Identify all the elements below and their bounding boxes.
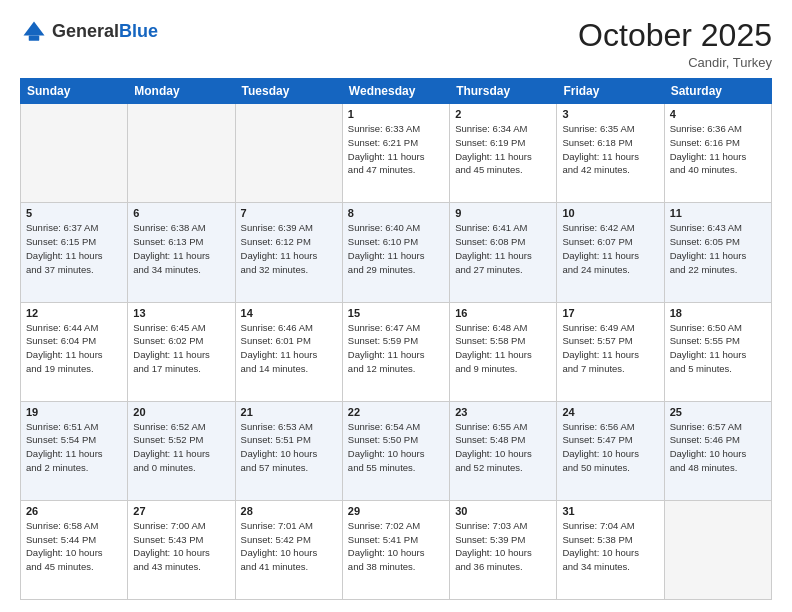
calendar-day-cell: 5Sunrise: 6:37 AM Sunset: 6:15 PM Daylig… xyxy=(21,203,128,302)
day-number: 7 xyxy=(241,207,337,219)
title-block: October 2025 Candir, Turkey xyxy=(578,18,772,70)
calendar-week-row: 1Sunrise: 6:33 AM Sunset: 6:21 PM Daylig… xyxy=(21,104,772,203)
day-info: Sunrise: 7:00 AM Sunset: 5:43 PM Dayligh… xyxy=(133,519,229,574)
calendar-day-cell: 19Sunrise: 6:51 AM Sunset: 5:54 PM Dayli… xyxy=(21,401,128,500)
calendar-day-cell xyxy=(664,500,771,599)
day-number: 22 xyxy=(348,406,444,418)
calendar-header-cell: Monday xyxy=(128,79,235,104)
calendar-week-row: 26Sunrise: 6:58 AM Sunset: 5:44 PM Dayli… xyxy=(21,500,772,599)
day-number: 16 xyxy=(455,307,551,319)
day-info: Sunrise: 6:41 AM Sunset: 6:08 PM Dayligh… xyxy=(455,221,551,276)
calendar-header-cell: Saturday xyxy=(664,79,771,104)
day-info: Sunrise: 7:01 AM Sunset: 5:42 PM Dayligh… xyxy=(241,519,337,574)
day-info: Sunrise: 6:48 AM Sunset: 5:58 PM Dayligh… xyxy=(455,321,551,376)
day-number: 14 xyxy=(241,307,337,319)
page: GeneralBlue October 2025 Candir, Turkey … xyxy=(0,0,792,612)
calendar-day-cell: 6Sunrise: 6:38 AM Sunset: 6:13 PM Daylig… xyxy=(128,203,235,302)
day-number: 27 xyxy=(133,505,229,517)
calendar-header-cell: Thursday xyxy=(450,79,557,104)
calendar-day-cell: 3Sunrise: 6:35 AM Sunset: 6:18 PM Daylig… xyxy=(557,104,664,203)
calendar-day-cell: 26Sunrise: 6:58 AM Sunset: 5:44 PM Dayli… xyxy=(21,500,128,599)
day-number: 11 xyxy=(670,207,766,219)
day-info: Sunrise: 6:45 AM Sunset: 6:02 PM Dayligh… xyxy=(133,321,229,376)
day-info: Sunrise: 6:43 AM Sunset: 6:05 PM Dayligh… xyxy=(670,221,766,276)
day-info: Sunrise: 6:58 AM Sunset: 5:44 PM Dayligh… xyxy=(26,519,122,574)
calendar-table: SundayMondayTuesdayWednesdayThursdayFrid… xyxy=(20,78,772,600)
day-info: Sunrise: 6:38 AM Sunset: 6:13 PM Dayligh… xyxy=(133,221,229,276)
day-number: 24 xyxy=(562,406,658,418)
day-number: 5 xyxy=(26,207,122,219)
day-info: Sunrise: 7:02 AM Sunset: 5:41 PM Dayligh… xyxy=(348,519,444,574)
day-number: 1 xyxy=(348,108,444,120)
logo-text: GeneralBlue xyxy=(52,22,158,42)
calendar-day-cell: 18Sunrise: 6:50 AM Sunset: 5:55 PM Dayli… xyxy=(664,302,771,401)
day-info: Sunrise: 6:53 AM Sunset: 5:51 PM Dayligh… xyxy=(241,420,337,475)
calendar-day-cell xyxy=(128,104,235,203)
day-number: 2 xyxy=(455,108,551,120)
calendar-week-row: 19Sunrise: 6:51 AM Sunset: 5:54 PM Dayli… xyxy=(21,401,772,500)
day-info: Sunrise: 6:51 AM Sunset: 5:54 PM Dayligh… xyxy=(26,420,122,475)
day-info: Sunrise: 6:52 AM Sunset: 5:52 PM Dayligh… xyxy=(133,420,229,475)
calendar-day-cell: 1Sunrise: 6:33 AM Sunset: 6:21 PM Daylig… xyxy=(342,104,449,203)
day-info: Sunrise: 6:34 AM Sunset: 6:19 PM Dayligh… xyxy=(455,122,551,177)
day-number: 31 xyxy=(562,505,658,517)
day-number: 18 xyxy=(670,307,766,319)
day-number: 13 xyxy=(133,307,229,319)
day-number: 9 xyxy=(455,207,551,219)
calendar-body: 1Sunrise: 6:33 AM Sunset: 6:21 PM Daylig… xyxy=(21,104,772,600)
day-number: 19 xyxy=(26,406,122,418)
header: GeneralBlue October 2025 Candir, Turkey xyxy=(20,18,772,70)
day-number: 20 xyxy=(133,406,229,418)
day-number: 3 xyxy=(562,108,658,120)
calendar-header-cell: Tuesday xyxy=(235,79,342,104)
day-info: Sunrise: 6:54 AM Sunset: 5:50 PM Dayligh… xyxy=(348,420,444,475)
day-number: 4 xyxy=(670,108,766,120)
day-number: 26 xyxy=(26,505,122,517)
day-info: Sunrise: 7:04 AM Sunset: 5:38 PM Dayligh… xyxy=(562,519,658,574)
day-number: 6 xyxy=(133,207,229,219)
day-info: Sunrise: 6:39 AM Sunset: 6:12 PM Dayligh… xyxy=(241,221,337,276)
calendar-day-cell: 15Sunrise: 6:47 AM Sunset: 5:59 PM Dayli… xyxy=(342,302,449,401)
svg-marker-0 xyxy=(24,22,45,36)
day-number: 23 xyxy=(455,406,551,418)
calendar-header-cell: Friday xyxy=(557,79,664,104)
calendar-day-cell: 7Sunrise: 6:39 AM Sunset: 6:12 PM Daylig… xyxy=(235,203,342,302)
day-info: Sunrise: 6:49 AM Sunset: 5:57 PM Dayligh… xyxy=(562,321,658,376)
day-number: 12 xyxy=(26,307,122,319)
calendar-day-cell: 16Sunrise: 6:48 AM Sunset: 5:58 PM Dayli… xyxy=(450,302,557,401)
calendar-day-cell xyxy=(21,104,128,203)
calendar-day-cell: 17Sunrise: 6:49 AM Sunset: 5:57 PM Dayli… xyxy=(557,302,664,401)
calendar-day-cell: 9Sunrise: 6:41 AM Sunset: 6:08 PM Daylig… xyxy=(450,203,557,302)
calendar-header-row: SundayMondayTuesdayWednesdayThursdayFrid… xyxy=(21,79,772,104)
day-info: Sunrise: 6:50 AM Sunset: 5:55 PM Dayligh… xyxy=(670,321,766,376)
day-number: 21 xyxy=(241,406,337,418)
logo-icon xyxy=(20,18,48,46)
day-info: Sunrise: 6:33 AM Sunset: 6:21 PM Dayligh… xyxy=(348,122,444,177)
logo: GeneralBlue xyxy=(20,18,158,46)
calendar-day-cell: 12Sunrise: 6:44 AM Sunset: 6:04 PM Dayli… xyxy=(21,302,128,401)
calendar-day-cell: 10Sunrise: 6:42 AM Sunset: 6:07 PM Dayli… xyxy=(557,203,664,302)
calendar-day-cell: 14Sunrise: 6:46 AM Sunset: 6:01 PM Dayli… xyxy=(235,302,342,401)
calendar-day-cell: 21Sunrise: 6:53 AM Sunset: 5:51 PM Dayli… xyxy=(235,401,342,500)
day-number: 28 xyxy=(241,505,337,517)
calendar-day-cell: 11Sunrise: 6:43 AM Sunset: 6:05 PM Dayli… xyxy=(664,203,771,302)
day-info: Sunrise: 6:40 AM Sunset: 6:10 PM Dayligh… xyxy=(348,221,444,276)
location: Candir, Turkey xyxy=(578,55,772,70)
day-info: Sunrise: 6:37 AM Sunset: 6:15 PM Dayligh… xyxy=(26,221,122,276)
day-info: Sunrise: 6:57 AM Sunset: 5:46 PM Dayligh… xyxy=(670,420,766,475)
day-number: 29 xyxy=(348,505,444,517)
calendar-week-row: 5Sunrise: 6:37 AM Sunset: 6:15 PM Daylig… xyxy=(21,203,772,302)
calendar-day-cell: 22Sunrise: 6:54 AM Sunset: 5:50 PM Dayli… xyxy=(342,401,449,500)
day-number: 8 xyxy=(348,207,444,219)
calendar-day-cell: 24Sunrise: 6:56 AM Sunset: 5:47 PM Dayli… xyxy=(557,401,664,500)
calendar-day-cell xyxy=(235,104,342,203)
day-info: Sunrise: 6:47 AM Sunset: 5:59 PM Dayligh… xyxy=(348,321,444,376)
calendar-day-cell: 29Sunrise: 7:02 AM Sunset: 5:41 PM Dayli… xyxy=(342,500,449,599)
calendar-day-cell: 4Sunrise: 6:36 AM Sunset: 6:16 PM Daylig… xyxy=(664,104,771,203)
calendar-day-cell: 2Sunrise: 6:34 AM Sunset: 6:19 PM Daylig… xyxy=(450,104,557,203)
day-number: 15 xyxy=(348,307,444,319)
calendar-day-cell: 27Sunrise: 7:00 AM Sunset: 5:43 PM Dayli… xyxy=(128,500,235,599)
day-info: Sunrise: 6:56 AM Sunset: 5:47 PM Dayligh… xyxy=(562,420,658,475)
day-number: 17 xyxy=(562,307,658,319)
day-info: Sunrise: 6:36 AM Sunset: 6:16 PM Dayligh… xyxy=(670,122,766,177)
